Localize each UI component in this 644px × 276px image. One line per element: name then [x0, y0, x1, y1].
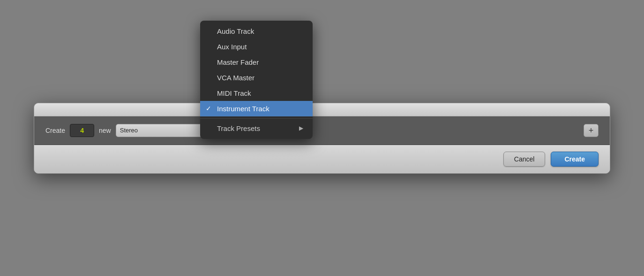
- dialog-titlebar: [34, 103, 610, 116]
- menu-label-midi-track: MIDI Track: [217, 89, 303, 97]
- menu-item-master-fader[interactable]: ✓ Master Fader: [200, 54, 313, 70]
- menu-label-instrument-track: Instrument Track: [217, 105, 303, 113]
- dialog: Create 4 new Stereo ▼ in Ticks ▼ + Cance…: [34, 103, 610, 174]
- dialog-body: Create 4 new Stereo ▼ in Ticks ▼ +: [34, 116, 610, 145]
- dialog-footer: Cancel Create: [34, 145, 610, 173]
- menu-item-audio-track[interactable]: ✓ Audio Track: [200, 23, 313, 39]
- create-label: Create: [45, 127, 65, 134]
- track-type-value: Stereo: [120, 127, 207, 134]
- menu-item-instrument-track[interactable]: ✓ Instrument Track: [200, 101, 313, 116]
- create-button[interactable]: Create: [551, 152, 599, 167]
- menu-item-midi-track[interactable]: ✓ MIDI Track: [200, 85, 313, 101]
- new-label: new: [99, 127, 111, 134]
- dropdown-menu: ✓ Audio Track ✓ Aux Input ✓ Master Fader…: [200, 21, 313, 139]
- menu-item-track-presets[interactable]: Track Presets ▶: [200, 121, 313, 136]
- menu-label-aux-input: Aux Input: [217, 43, 303, 51]
- number-input[interactable]: 4: [70, 124, 94, 137]
- plus-icon: +: [589, 126, 594, 135]
- cancel-button[interactable]: Cancel: [503, 152, 546, 167]
- plus-button[interactable]: +: [584, 124, 599, 137]
- menu-label-master-fader: Master Fader: [217, 58, 303, 66]
- checkmark-instrument: ✓: [206, 105, 211, 112]
- submenu-arrow-icon: ▶: [299, 125, 303, 131]
- number-value: 4: [80, 127, 84, 134]
- menu-divider: [200, 118, 313, 119]
- menu-label-vca-master: VCA Master: [217, 74, 303, 82]
- dialog-wrapper: ✓ Audio Track ✓ Aux Input ✓ Master Fader…: [34, 103, 610, 174]
- menu-label-audio-track: Audio Track: [217, 27, 303, 35]
- menu-label-track-presets: Track Presets: [217, 124, 294, 132]
- menu-item-vca-master[interactable]: ✓ VCA Master: [200, 70, 313, 85]
- menu-item-aux-input[interactable]: ✓ Aux Input: [200, 39, 313, 54]
